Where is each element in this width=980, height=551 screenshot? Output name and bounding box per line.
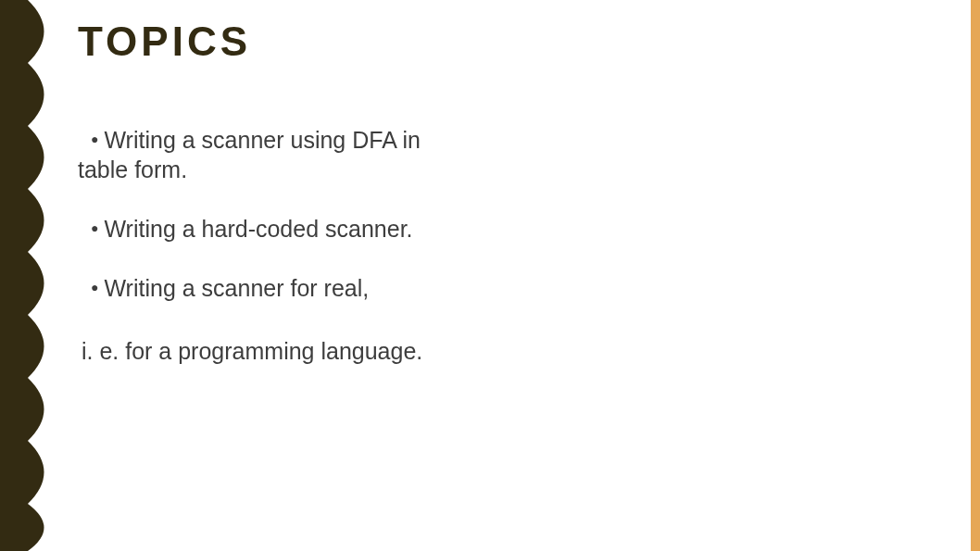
bullet-text: Writing a hard-coded scanner. [104, 216, 412, 242]
list-item: ●Writing a hard-coded scanner. [78, 214, 476, 244]
accent-bar [971, 0, 980, 551]
bullet-icon: ● [91, 280, 98, 296]
slide-content: TOPICS ●Writing a scanner using DFA in t… [78, 19, 952, 366]
bullet-text: Writing a scanner for real, [104, 275, 369, 301]
scallop-decoration [0, 0, 65, 551]
slide-title: TOPICS [78, 19, 952, 65]
bullet-icon: ● [91, 131, 98, 148]
trailer-text: i. e. for a programming language. [82, 336, 476, 366]
bullet-text: Writing a scanner using DFA in table for… [78, 127, 421, 182]
list-item: ●Writing a scanner for real, [78, 273, 476, 303]
bullet-icon: ● [91, 220, 98, 237]
list-item: ●Writing a scanner using DFA in table fo… [78, 125, 476, 184]
bullet-list: ●Writing a scanner using DFA in table fo… [78, 125, 476, 366]
